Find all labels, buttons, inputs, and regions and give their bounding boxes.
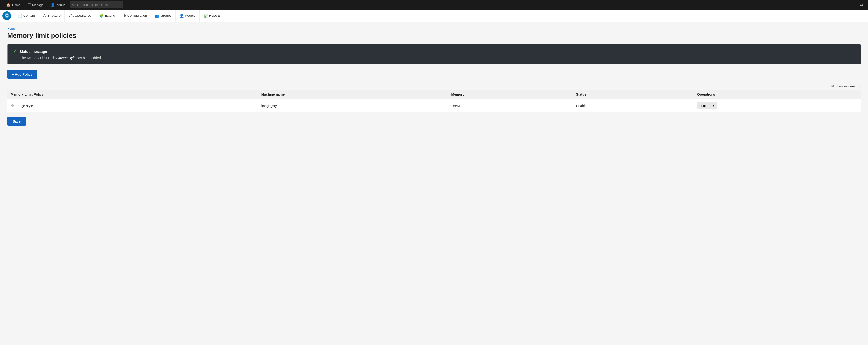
nav-label-structure: Structure [47, 14, 61, 18]
nav-items: 📄 Content ⬡ Structure 🖌 Appearance 🧩 Ext… [13, 10, 225, 22]
configuration-icon: ⚙ [123, 13, 126, 18]
breadcrumb-home-link[interactable]: Home [7, 27, 16, 30]
show-row-weights-container: 👁 Show row weights [7, 85, 861, 88]
nav-item-appearance[interactable]: 🖌 Appearance [65, 10, 95, 22]
toolbar-manage[interactable]: ☰ Manage [24, 0, 47, 10]
svg-point-2 [6, 15, 7, 16]
toolbar-expand-button[interactable]: ⇔ [858, 3, 866, 7]
table-row: ✛ Image style image_style 256M Enabled E… [7, 99, 861, 112]
nav-item-extend[interactable]: 🧩 Extend [95, 10, 119, 22]
status-message-body: The Memory Limit Policy Image style has … [13, 56, 856, 60]
toolbar-admin[interactable]: 👤 admin [47, 0, 68, 10]
toolbar-right: ⇔ [858, 3, 866, 7]
nav-label-people: People [185, 14, 195, 18]
status-body-suffix: has been added. [75, 56, 102, 60]
toolbar-home[interactable]: 🏠 Home [2, 0, 24, 10]
breadcrumb: Home [7, 27, 861, 30]
people-icon: 👤 [180, 13, 184, 18]
cell-operations: Edit ▼ [694, 99, 861, 112]
nav-item-content[interactable]: 📄 Content [13, 10, 39, 22]
cell-status: Enabled [573, 99, 694, 112]
manage-icon: ☰ [27, 3, 31, 7]
cell-memory: 256M [448, 99, 573, 112]
admin-icon: 👤 [51, 3, 55, 7]
home-icon: 🏠 [6, 3, 11, 7]
status-title-text: Status message [20, 50, 47, 54]
save-button[interactable]: Save [7, 117, 26, 126]
edit-dropdown-button[interactable]: ▼ [710, 102, 717, 109]
nav-label-content: Content [24, 14, 35, 18]
cell-policy: ✛ Image style [7, 99, 258, 112]
nav-label-appearance: Appearance [73, 14, 91, 18]
appearance-icon: 🖌 [68, 13, 72, 18]
policy-table: Memory Limit Policy Machine name Memory … [7, 90, 861, 112]
content-icon: 📄 [18, 13, 22, 18]
add-policy-button[interactable]: + Add Policy [7, 70, 37, 79]
status-body-prefix: The Memory Limit Policy [20, 56, 58, 60]
row-policy-name: Image style [16, 104, 33, 108]
page-title: Memory limit policies [7, 32, 861, 39]
col-header-machine-name: Machine name [258, 90, 448, 99]
secondary-nav: 📄 Content ⬡ Structure 🖌 Appearance 🧩 Ext… [0, 10, 868, 22]
toolbar-admin-label: admin [57, 3, 65, 7]
reports-icon: 📊 [204, 13, 208, 18]
nav-label-extend: Extend [105, 14, 115, 18]
col-header-operations: Operations [694, 90, 861, 99]
col-header-status: Status [573, 90, 694, 99]
col-header-memory: Memory [448, 90, 573, 99]
edit-btn-group: Edit ▼ [697, 102, 857, 109]
table-header: Memory Limit Policy Machine name Memory … [7, 90, 861, 99]
nav-label-reports: Reports [209, 14, 221, 18]
groups-icon: 👥 [155, 13, 159, 18]
nav-item-configuration[interactable]: ⚙ Configuration [119, 10, 151, 22]
nav-item-groups[interactable]: 👥 Groups [151, 10, 175, 22]
toolbar-search-input[interactable] [69, 1, 123, 8]
page-content: Home Memory limit policies ✓ Status mess… [0, 22, 868, 130]
nav-label-groups: Groups [161, 14, 171, 18]
status-message-box: ✓ Status message The Memory Limit Policy… [7, 44, 861, 64]
nav-item-people[interactable]: 👤 People [176, 10, 199, 22]
nav-item-reports[interactable]: 📊 Reports [199, 10, 225, 22]
extend-icon: 🧩 [99, 13, 104, 18]
toolbar-home-label: Home [12, 3, 21, 7]
nav-item-structure[interactable]: ⬡ Structure [39, 10, 65, 22]
toolbar-manage-label: Manage [32, 3, 43, 7]
drag-handle-icon[interactable]: ✛ [11, 103, 14, 108]
table-header-row: Memory Limit Policy Machine name Memory … [7, 90, 861, 99]
edit-button[interactable]: Edit [697, 102, 710, 109]
status-body-italic: Image style [58, 56, 75, 60]
status-message-title: ✓ Status message [13, 49, 856, 54]
drupal-logo [2, 11, 11, 20]
structure-icon: ⬡ [43, 13, 46, 18]
nav-label-configuration: Configuration [127, 14, 147, 18]
status-check-icon: ✓ [13, 49, 17, 54]
admin-toolbar: 🏠 Home ☰ Manage 👤 admin ⇔ [0, 0, 868, 10]
cell-machine-name: image_style [258, 99, 448, 112]
show-row-weights-label: Show row weights [835, 85, 861, 88]
col-header-policy: Memory Limit Policy [7, 90, 258, 99]
row-name-container: ✛ Image style [11, 103, 254, 108]
table-body: ✛ Image style image_style 256M Enabled E… [7, 99, 861, 112]
eye-icon: 👁 [831, 85, 834, 88]
show-row-weights-link[interactable]: 👁 Show row weights [831, 85, 861, 88]
